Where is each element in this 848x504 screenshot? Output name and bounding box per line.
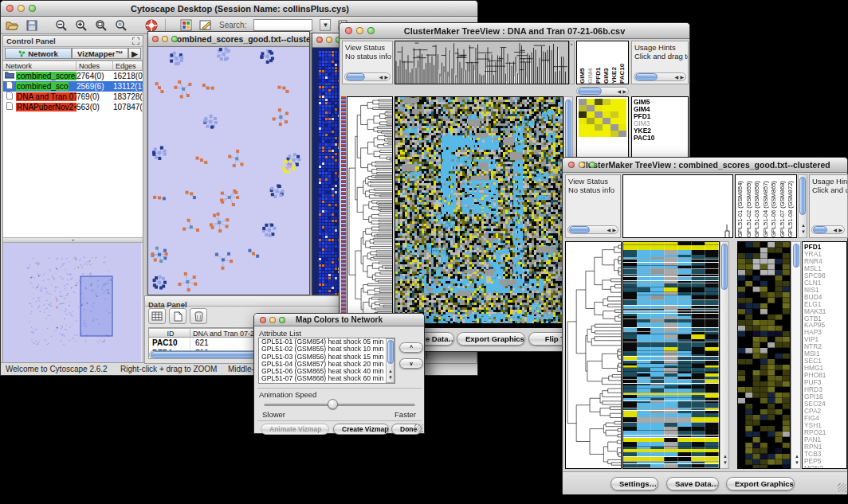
network-list-row[interactable]: combined_sco2569(6)13112(15) — [3, 81, 143, 92]
background-window-title-bar[interactable] — [312, 33, 341, 48]
network-list-row[interactable]: combined_scores2764(0)16218(0) — [3, 71, 143, 81]
tab-vizmapper[interactable]: VizMapper™ — [72, 48, 128, 59]
zoom-button[interactable] — [589, 162, 595, 168]
close-button[interactable] — [152, 36, 159, 42]
slider-thumb[interactable] — [328, 399, 338, 409]
float-panel-icon[interactable] — [132, 37, 139, 45]
edit-network-icon[interactable] — [199, 19, 212, 31]
tv2-column-dendrogram[interactable] — [622, 174, 733, 238]
tv2-genelist-vscrollbar[interactable]: ▲▼ — [791, 241, 801, 469]
tv1-mini-strip: ▸ — [569, 41, 575, 84]
tv1-row-dendrogram[interactable] — [347, 96, 393, 324]
resize-grip[interactable] — [838, 483, 846, 492]
tv2-gene-list[interactable]: PFD1YRA1RNR4MSL1SPC98CLN1NIS1BUD4ELG1MAK… — [802, 241, 847, 469]
network-edge-count: 183728(0) — [113, 92, 143, 102]
network-list: combined_scores2764(0)16218(0)combined_s… — [3, 71, 143, 112]
tab-network[interactable]: Network — [5, 48, 72, 59]
search-dropdown-arrow[interactable]: ▼ — [320, 19, 331, 31]
select-attributes-icon[interactable] — [148, 308, 166, 324]
minimize-button[interactable] — [579, 162, 585, 168]
save-data-button[interactable]: Save Data… — [666, 477, 719, 490]
map-colors-dialog: Map Colors to Network Attribute List GPL… — [253, 313, 425, 434]
gene-label[interactable]: PAC10 — [632, 135, 688, 142]
matrix-cell — [595, 99, 603, 105]
attribute-listbox[interactable]: GPL51-01 (GSM854) heat shock 05 minGPL51… — [258, 338, 395, 384]
tv2-hints-scrollbar[interactable]: ◀▶ — [811, 225, 845, 234]
minimize-button[interactable] — [356, 27, 363, 34]
save-icon[interactable] — [26, 20, 37, 31]
help-lifesaver-icon[interactable] — [145, 19, 158, 32]
tv1-hints-scrollbar[interactable]: ◀▶ — [634, 72, 686, 81]
tv2-heatmap-canvas[interactable] — [622, 241, 720, 469]
settings-button[interactable]: Settings… — [610, 477, 658, 490]
matrix-cell — [579, 131, 587, 137]
close-button[interactable] — [345, 27, 352, 34]
tv2-labels-vscrollbar[interactable]: ▲▼ — [798, 174, 807, 238]
resize-grip[interactable] — [414, 424, 423, 432]
search-input[interactable] — [253, 19, 312, 31]
network-node-count: 2569(6) — [77, 81, 113, 92]
column-label: PFD1 — [595, 41, 603, 84]
tv2-heatmap-vscrollbar[interactable]: ▲▼ — [720, 241, 729, 469]
zoom-out-icon[interactable] — [55, 19, 68, 32]
dense-network-canvas[interactable] — [312, 48, 341, 295]
zoom-in-icon[interactable] — [75, 19, 88, 32]
treeview1-title-bar[interactable]: ClusterMaker TreeView : DNA and Tran 07-… — [340, 23, 689, 39]
dialog-controls[interactable] — [260, 317, 285, 323]
network-view-controls[interactable] — [152, 36, 178, 42]
matrix-cell — [587, 131, 595, 137]
move-attribute-down-button[interactable]: v — [399, 358, 423, 369]
zoom-fit-icon[interactable] — [95, 19, 108, 32]
zoom-button[interactable] — [279, 317, 285, 323]
attribute-list-item[interactable]: GPL51-07 (GSM868) heat shock 60 min — [259, 375, 395, 382]
close-button[interactable] — [260, 317, 266, 323]
matrix-cell — [610, 105, 618, 111]
network-name: combined_sco — [16, 81, 77, 92]
gene-label[interactable]: MON2 — [803, 465, 846, 469]
network-view-title-bar[interactable]: combined_scores_good.txt--cluste… — [148, 32, 309, 47]
animate-vizmap-button[interactable]: Animate Vizmap — [261, 424, 329, 435]
network-list-row[interactable]: DNA and Tran 07769(0)183728(0) — [3, 92, 143, 102]
export-graphics-button[interactable]: Export Graphics… — [457, 332, 525, 346]
network-canvas[interactable] — [148, 47, 309, 295]
tv2-row-dendrogram[interactable] — [565, 241, 622, 469]
treeview2-title-bar[interactable]: ClusterMaker TreeView : combined_scores_… — [563, 158, 847, 173]
main-title-bar[interactable]: Cytoscape Desktop (Session Name: collins… — [1, 1, 477, 17]
open-file-icon[interactable] — [6, 20, 19, 31]
matrix-cell — [595, 111, 603, 118]
vizmapper-icon[interactable] — [180, 19, 192, 31]
dialog-title-bar[interactable]: Map Colors to Network — [254, 314, 424, 326]
zoom-button[interactable] — [171, 36, 178, 42]
tv1-status-scrollbar[interactable]: ◀▶ — [344, 72, 391, 81]
tv1-labels-scrollbar[interactable]: ◀▶ — [576, 87, 629, 96]
tab-overflow-arrow[interactable]: ▶ — [128, 48, 141, 59]
zoom-button[interactable] — [367, 27, 375, 34]
export-graphics-button[interactable]: Export Graphics… — [726, 477, 795, 490]
tv2-zoom-heatmap-canvas[interactable] — [737, 241, 791, 469]
control-panel-title: Control Panel — [6, 37, 56, 45]
zoom-selected-icon[interactable] — [115, 19, 128, 32]
tv1-heatmap-canvas[interactable] — [395, 96, 563, 324]
minimize-button[interactable] — [269, 317, 276, 323]
slider-faster-label: Faster — [395, 410, 416, 419]
tv1-column-dendrogram[interactable] — [395, 41, 569, 84]
matrix-cell — [618, 118, 626, 124]
animation-speed-slider[interactable] — [264, 404, 415, 406]
delete-attribute-icon[interactable] — [190, 308, 207, 324]
minimize-button[interactable] — [326, 37, 332, 43]
network-overview-canvas[interactable] — [3, 243, 141, 362]
tv2-status-scrollbar[interactable]: ◀▶ — [567, 225, 618, 234]
treeview2-controls[interactable] — [568, 162, 595, 168]
move-attribute-up-button[interactable]: ^ — [399, 342, 423, 353]
tv1-row-color-strip — [341, 96, 346, 324]
treeview1-controls[interactable] — [345, 27, 375, 34]
matrix-cell — [603, 131, 610, 137]
close-button[interactable] — [568, 162, 575, 168]
minimize-button[interactable] — [162, 36, 168, 42]
attribute-list-scrollbar[interactable]: ▲▼ — [386, 338, 395, 383]
gene-id-cell: PAC10 — [149, 338, 190, 348]
network-list-row[interactable]: RNAPuberNov2+I563(0)107847(0) — [3, 102, 143, 112]
create-vizmap-button[interactable]: Create Vizmap — [333, 424, 389, 435]
new-attribute-icon[interactable] — [169, 308, 186, 324]
close-button[interactable] — [316, 37, 323, 43]
